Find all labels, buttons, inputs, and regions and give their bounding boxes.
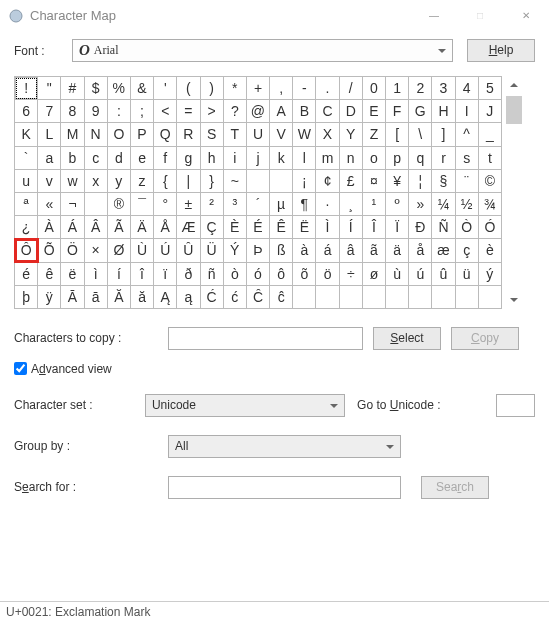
grid-cell[interactable]: 5 (478, 77, 501, 100)
grid-cell[interactable]: ^ (455, 123, 478, 146)
grid-cell[interactable]: ¿ (15, 216, 38, 239)
grid-cell[interactable]: t (478, 146, 501, 169)
grid-cell[interactable]: = (177, 100, 200, 123)
grid-cell[interactable]: C (316, 100, 339, 123)
grid-cell[interactable]: © (478, 169, 501, 192)
grid-cell[interactable]: U (246, 123, 269, 146)
grid-cell[interactable]: # (61, 77, 84, 100)
grid-cell[interactable]: · (316, 192, 339, 215)
grid-cell[interactable]: ¼ (432, 192, 455, 215)
grid-cell[interactable]: l (293, 146, 316, 169)
grid-cell[interactable]: ? (223, 100, 246, 123)
grid-cell[interactable]: X (316, 123, 339, 146)
grid-cell[interactable]: Ì (316, 216, 339, 239)
goto-unicode-input[interactable] (496, 394, 535, 417)
grid-cell[interactable]: G (409, 100, 432, 123)
grid-cell[interactable]: ê (38, 262, 61, 285)
grid-cell[interactable]: ¡ (293, 169, 316, 192)
grid-cell[interactable]: Ą (154, 285, 177, 308)
grid-cell[interactable]: ã (362, 239, 385, 262)
grid-cell[interactable]: ( (177, 77, 200, 100)
search-input[interactable] (168, 476, 401, 499)
grid-cell[interactable]: d (107, 146, 130, 169)
grid-cell[interactable]: ] (432, 123, 455, 146)
grid-cell[interactable]: ä (386, 239, 409, 262)
grid-cell[interactable]: ñ (200, 262, 223, 285)
grid-cell[interactable]: Ç (200, 216, 223, 239)
grid-cell[interactable]: Á (61, 216, 84, 239)
grid-cell[interactable]: è (478, 239, 501, 262)
grid-cell[interactable]: 3 (432, 77, 455, 100)
grid-cell[interactable]: F (386, 100, 409, 123)
grid-cell[interactable]: À (38, 216, 61, 239)
grid-cell[interactable] (432, 285, 455, 308)
grid-cell[interactable]: Û (177, 239, 200, 262)
grid-cell[interactable]: ­ (84, 192, 107, 215)
grid-cell[interactable]: ¤ (362, 169, 385, 192)
grid-cell[interactable]: ¸ (339, 192, 362, 215)
minimize-button[interactable]: — (411, 1, 457, 31)
grid-cell[interactable]: g (177, 146, 200, 169)
grid-cell[interactable] (316, 285, 339, 308)
grid-cell[interactable]: ² (200, 192, 223, 215)
grid-cell[interactable] (246, 169, 269, 192)
grid-cell[interactable]: Ë (293, 216, 316, 239)
grid-cell[interactable]: ¶ (293, 192, 316, 215)
grid-cell[interactable]: å (409, 239, 432, 262)
grid-cell[interactable]: M (61, 123, 84, 146)
grid-cell[interactable]: c (84, 146, 107, 169)
grid-cell[interactable]: < (154, 100, 177, 123)
grid-cell[interactable]: Ð (409, 216, 432, 239)
grid-cell[interactable]: í (107, 262, 130, 285)
grid-cell[interactable]: Ï (386, 216, 409, 239)
grid-cell[interactable]: Y (339, 123, 362, 146)
grid-cell[interactable]: x (84, 169, 107, 192)
grid-cell[interactable]: - (293, 77, 316, 100)
grid-cell[interactable]: V (270, 123, 293, 146)
grid-cell[interactable]: Ä (130, 216, 153, 239)
grid-cell[interactable]: @ (246, 100, 269, 123)
grid-cell[interactable]: ª (15, 192, 38, 215)
grid-cell[interactable]: Ô (15, 239, 38, 262)
grid-cell[interactable]: ć (223, 285, 246, 308)
grid-cell[interactable]: ¾ (478, 192, 501, 215)
grid-cell[interactable]: ă (130, 285, 153, 308)
grid-cell[interactable]: µ (270, 192, 293, 215)
grid-cell[interactable]: s (455, 146, 478, 169)
grid-cell[interactable]: E (362, 100, 385, 123)
grid-cell[interactable]: z (130, 169, 153, 192)
grid-cell[interactable]: Ò (455, 216, 478, 239)
grid-cell[interactable]: ò (223, 262, 246, 285)
grid-cell[interactable]: 8 (61, 100, 84, 123)
grid-cell[interactable]: é (15, 262, 38, 285)
grid-cell[interactable]: Ā (61, 285, 84, 308)
grid-cell[interactable]: ĉ (270, 285, 293, 308)
grid-cell[interactable]: , (270, 77, 293, 100)
grid-cell[interactable]: ý (478, 262, 501, 285)
grid-cell[interactable]: I (455, 100, 478, 123)
grid-cell[interactable]: á (316, 239, 339, 262)
grid-cell[interactable]: r (432, 146, 455, 169)
grid-cell[interactable]: ú (409, 262, 432, 285)
grid-cell[interactable]: Í (339, 216, 362, 239)
grid-cell[interactable]: ± (177, 192, 200, 215)
grid-cell[interactable]: ³ (223, 192, 246, 215)
grid-cell[interactable]: ¦ (409, 169, 432, 192)
grid-cell[interactable]: 4 (455, 77, 478, 100)
grid-cell[interactable] (386, 285, 409, 308)
grid-cell[interactable]: ù (386, 262, 409, 285)
grid-cell[interactable]: B (293, 100, 316, 123)
grid-cell[interactable]: ÿ (38, 285, 61, 308)
grid-cell[interactable]: Ý (223, 239, 246, 262)
grid-cell[interactable]: î (130, 262, 153, 285)
grid-cell[interactable] (362, 285, 385, 308)
grid-cell[interactable]: Z (362, 123, 385, 146)
grid-cell[interactable]: ô (270, 262, 293, 285)
grid-cell[interactable]: a (38, 146, 61, 169)
grid-cell[interactable]: * (223, 77, 246, 100)
grid-cell[interactable]: Ó (478, 216, 501, 239)
grid-cell[interactable]: ą (177, 285, 200, 308)
grid-cell[interactable]: ¹ (362, 192, 385, 215)
grid-cell[interactable] (270, 169, 293, 192)
grid-cell[interactable] (478, 285, 501, 308)
